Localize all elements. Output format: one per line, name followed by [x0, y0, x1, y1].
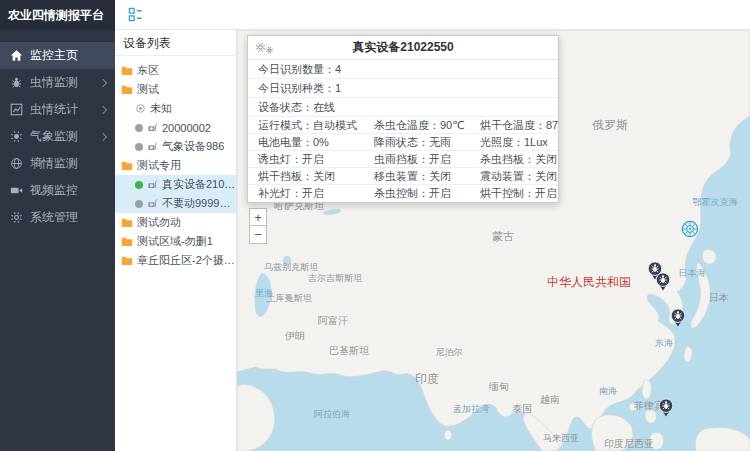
tree-item-0[interactable]: 东区: [115, 61, 236, 80]
tree-item-label: 章丘阳丘区-2个摄像头: [137, 253, 236, 268]
sidebar-item-video-monitor[interactable]: 视频监控: [0, 177, 115, 204]
tree-item-4[interactable]: 气象设备986: [115, 137, 236, 156]
gear-icon: [9, 211, 23, 225]
sidebar-menu: 监控主页虫情监测虫情统计气象监测墒情监测视频监控系统管理: [0, 30, 115, 231]
tree-item-label: 20000002: [162, 122, 211, 134]
popup-status-cell: 移虫装置：关闭: [364, 168, 470, 185]
tree-item-label: 未知: [150, 101, 172, 116]
folder-icon: [121, 65, 133, 76]
sidebar: 农业四情测报平台 监控主页虫情监测虫情统计气象监测墒情监测视频监控系统管理: [0, 0, 115, 451]
sidebar-item-label: 监控主页: [30, 47, 106, 64]
popup-status-cell: 烘干仓温度：87℃: [470, 117, 558, 134]
panel-toggle-icon: [128, 7, 143, 22]
tree-item-label: 不要动99999999: [162, 196, 236, 211]
zoom-in-button[interactable]: +: [249, 208, 267, 226]
zoom-out-button[interactable]: −: [249, 226, 267, 244]
popup-status-cell: 震动装置：关闭: [470, 168, 558, 185]
pin-icon: [135, 103, 146, 114]
tree-item-9[interactable]: 测试区域-勿删1: [115, 232, 236, 251]
tree-item-label: 测试: [137, 82, 159, 97]
folder-icon: [121, 217, 133, 228]
bug-icon: [9, 76, 23, 90]
device-panel: 设备列表 东区测试未知20000002气象设备986测试专用真实设备210225…: [115, 30, 237, 451]
panel-toggle-button[interactable]: [125, 5, 145, 25]
sun-icon: [9, 130, 23, 144]
tree-item-3[interactable]: 20000002: [115, 118, 236, 137]
tree-item-8[interactable]: 测试勿动: [115, 213, 236, 232]
folder-icon: [121, 84, 133, 95]
device-icon: [147, 122, 158, 133]
popup-status-cell: 烘干控制：开启: [470, 185, 558, 202]
sidebar-item-soil-monitor[interactable]: 墒情监测: [0, 150, 115, 177]
status-dot: [135, 181, 143, 189]
tree-item-label: 真实设备21022550: [162, 177, 236, 192]
device-tree: 东区测试未知20000002气象设备986测试专用真实设备21022550不要动…: [115, 56, 236, 270]
app-title: 农业四情测报平台: [0, 0, 115, 30]
sidebar-item-label: 系统管理: [30, 209, 106, 226]
tree-item-label: 气象设备986: [162, 139, 224, 154]
tree-item-5[interactable]: 测试专用: [115, 156, 236, 175]
app-window: 农业四情测报平台 监控主页虫情监测虫情统计气象监测墒情监测视频监控系统管理 设备…: [0, 0, 750, 451]
tree-item-10[interactable]: 章丘阳丘区-2个摄像头: [115, 251, 236, 270]
chevron-right-icon: [99, 78, 107, 86]
chart-icon: [9, 103, 23, 117]
map[interactable]: 俄罗斯哈萨克斯坦蒙古乌兹别克斯坦吉尔吉斯斯坦土库曼斯坦阿富汗伊朗巴基斯坦尼泊尔印…: [237, 30, 750, 451]
video-icon: [9, 184, 23, 198]
globe-icon: [9, 157, 23, 171]
chevron-right-icon: [99, 132, 107, 140]
device-icon: [147, 198, 158, 209]
device-marker[interactable]: [659, 398, 674, 417]
popup-header: 真实设备21022550: [248, 36, 558, 60]
tree-item-1[interactable]: 测试: [115, 80, 236, 99]
popup-summary-row: 设备状态：在线: [248, 98, 558, 117]
sidebar-item-system-admin[interactable]: 系统管理: [0, 204, 115, 231]
popup-status-cell: 电池电量：0%: [248, 134, 364, 151]
popup-status-cell: 虫雨挡板：开启: [364, 151, 470, 168]
device-info-popup: 真实设备21022550 今日识别数量：4今日识别种类：1设备状态：在线 运行模…: [247, 35, 559, 203]
popup-status-cell: 降雨状态：无雨: [364, 134, 470, 151]
popup-status-cell: 诱虫灯：开启: [248, 151, 364, 168]
sidebar-item-weather-monitor[interactable]: 气象监测: [0, 123, 115, 150]
sidebar-item-label: 虫情统计: [30, 101, 93, 118]
popup-status-cell: 杀虫控制：开启: [364, 185, 470, 202]
home-icon: [9, 49, 23, 63]
sidebar-item-insect-monitor[interactable]: 虫情监测: [0, 69, 115, 96]
tree-item-2[interactable]: 未知: [115, 99, 236, 118]
popup-status-cell: 光照度：1Lux: [470, 134, 558, 151]
device-icon: [147, 141, 158, 152]
device-marker[interactable]: [671, 308, 686, 327]
popup-status-cell: 杀虫挡板：关闭: [470, 151, 558, 168]
port-marker[interactable]: [682, 221, 699, 238]
status-dot: [135, 143, 143, 151]
sidebar-item-label: 视频监控: [30, 182, 106, 199]
status-dot: [135, 124, 143, 132]
tree-item-label: 测试勿动: [137, 215, 181, 230]
popup-summary: 今日识别数量：4今日识别种类：1设备状态：在线: [248, 60, 558, 117]
sidebar-item-insect-stats[interactable]: 虫情统计: [0, 96, 115, 123]
device-marker[interactable]: [656, 272, 671, 291]
tree-item-label: 测试专用: [137, 158, 181, 173]
status-dot: [135, 200, 143, 208]
popup-summary-row: 今日识别数量：4: [248, 60, 558, 79]
popup-status-cell: 烘干挡板：关闭: [248, 168, 364, 185]
device-panel-title: 设备列表: [115, 30, 236, 56]
folder-icon: [121, 160, 133, 171]
device-icon: [147, 179, 158, 190]
tree-item-7[interactable]: 不要动99999999: [115, 194, 236, 213]
folder-icon: [121, 236, 133, 247]
map-zoom-control: + −: [249, 208, 267, 244]
settings-icon[interactable]: [254, 41, 276, 55]
popup-status-cell: 运行模式：自动模式: [248, 117, 364, 134]
popup-summary-row: 今日识别种类：1: [248, 79, 558, 98]
sidebar-item-label: 墒情监测: [30, 155, 106, 172]
tree-item-label: 测试区域-勿删1: [137, 234, 213, 249]
sidebar-item-label: 虫情监测: [30, 74, 93, 91]
folder-icon: [121, 255, 133, 266]
sidebar-item-home[interactable]: 监控主页: [0, 42, 115, 69]
popup-title: 真实设备21022550: [352, 39, 453, 56]
popup-status-grid: 运行模式：自动模式杀虫仓温度：90℃烘干仓温度：87℃电池电量：0%降雨状态：无…: [248, 117, 558, 202]
tree-item-label: 东区: [137, 63, 159, 78]
popup-status-cell: 杀虫仓温度：90℃: [364, 117, 470, 134]
tree-item-6[interactable]: 真实设备21022550: [115, 175, 236, 194]
chevron-right-icon: [99, 105, 107, 113]
